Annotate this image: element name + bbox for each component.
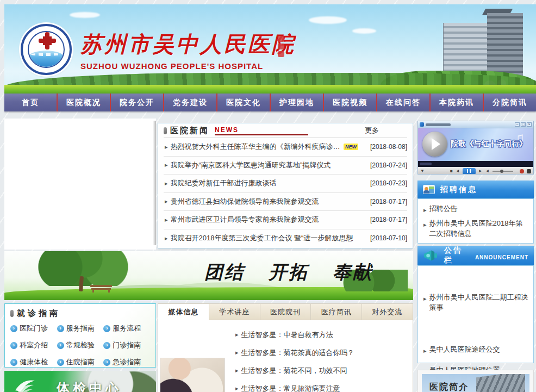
circle-arrow-icon: › [57, 359, 64, 366]
tab-media-info[interactable]: 媒体信息 [158, 304, 209, 320]
player-viewport: ♫ ♪ 院歌《与红十字同行》 [418, 128, 533, 161]
news-row: ▸ 我院召开2018年度第三次党委工作会议 暨“进一步解放思想 [2018-07… [164, 229, 407, 248]
logo-inner [28, 31, 65, 68]
arrow-icon: ▸ [423, 294, 427, 313]
news-date: [2018-07-10] [362, 234, 407, 242]
volume-icon[interactable]: ◄ [485, 169, 490, 173]
news-link[interactable]: 我院纪委对新任干部进行廉政谈话 [171, 178, 362, 188]
nav-item-culture[interactable]: 医院文化 [216, 94, 270, 111]
guide-label: 常规检验 [66, 340, 95, 350]
news-link[interactable]: 常州市武进区卫计局领导专家前来我院参观交流 [171, 215, 362, 225]
tab-hospital-journal[interactable]: 医院院刊 [260, 304, 311, 320]
seek-bar[interactable] [418, 161, 533, 167]
arrow-icon: ▸ [165, 198, 168, 205]
circle-arrow-icon: › [10, 342, 17, 349]
announcement-link[interactable]: 苏州市吴中人民医院二期工程决策事 [429, 292, 529, 313]
nav-item-public-affairs[interactable]: 院务公开 [110, 94, 163, 111]
nav-item-online-qa[interactable]: 在线问答 [376, 94, 429, 111]
playlist-dropdown-icon[interactable]: ▼ [420, 169, 425, 173]
announcement-header: 公告栏 ANNOUNCEMENT [417, 246, 534, 265]
intro-photo: 医院简介 [422, 374, 529, 392]
media-link[interactable]: 生活智多星：常见旅游病要注意 [241, 384, 340, 392]
announcement-link[interactable]: 吴中人民医院途经公交 [429, 344, 500, 356]
media-list: ▸ 生活智多星：中暑自救有方法 ▸ 生活智多星：菊花茶真的适合你吗？ ▸ 生活智… [234, 326, 407, 392]
bench-decoration [90, 285, 112, 293]
hospital-intro-panel[interactable]: 医院简介 [417, 370, 534, 392]
guide-label: 门诊指南 [113, 340, 141, 350]
slideshow-panel[interactable] [4, 119, 156, 250]
guide-grid: ›医院门诊 ›服务指南 ›服务流程 ›科室介绍 ›常规检验 ›门诊指南 ›健康体… [10, 323, 150, 367]
guide-item-outpatient[interactable]: ›医院门诊 [10, 323, 57, 333]
bird-logo-icon [13, 376, 37, 392]
news-panel: 医院新闻 NEWS 更多 ▸ 热烈祝贺大外科主任陈革华主编的《新编外科疾病诊断与… [158, 123, 413, 248]
new-badge: NEW [344, 144, 358, 150]
tab-academic-lectures[interactable]: 学术讲座 [209, 304, 260, 320]
media-item: ▸ 生活智多星：菊花茶真的适合你吗？ [234, 344, 407, 362]
player-titlebar: – □ × [418, 121, 533, 128]
slogan-banner: 团结 开拓 奉献 [4, 251, 413, 300]
media-item: ▸ 生活智多星：常见旅游病要注意 [234, 379, 407, 392]
minimize-icon[interactable]: – [515, 122, 520, 127]
volume-slider[interactable] [493, 171, 513, 172]
news-link[interactable]: 贵州省德江县妇幼保健院领导前来我院参观交流 [171, 197, 362, 207]
record-icon[interactable] [520, 169, 524, 173]
close-icon[interactable]: × [527, 122, 532, 127]
maximize-icon[interactable]: □ [521, 122, 526, 127]
arrow-icon: ▸ [423, 205, 427, 215]
nav-item-home[interactable]: 首页 [4, 94, 57, 111]
previous-icon[interactable]: ◄ [456, 169, 460, 173]
media-link[interactable]: 生活智多星：菊花不同，功效不同 [241, 366, 347, 376]
hospital-name-cn: 苏州市吴中人民医院 [80, 29, 296, 59]
settings-icon[interactable] [527, 169, 531, 173]
news-row: ▸ 热烈祝贺大外科主任陈革华主编的《新编外科疾病诊断与治 NEW [2018-0… [164, 138, 407, 157]
news-date: [2018-08-08] [362, 143, 407, 151]
nav-item-videos[interactable]: 医院视频 [323, 94, 376, 111]
news-link[interactable]: 我院召开2018年度第三次党委工作会议 暨“进一步解放思想 [171, 233, 362, 243]
player-controls: ▼ ■ ◄ ► ◄ [418, 167, 533, 175]
arrow-icon: ▸ [423, 346, 427, 356]
play-button[interactable] [422, 132, 447, 157]
guide-label: 科室介绍 [20, 340, 48, 350]
recruitment-link[interactable]: 招聘公告 [429, 203, 458, 215]
slogan-word: 奉献 [333, 260, 373, 285]
nav-item-overview[interactable]: 医院概况 [57, 94, 110, 111]
news-row: ▸ 贵州省德江县妇幼保健院领导前来我院参观交流 [2018-07-17] [164, 193, 407, 211]
media-link[interactable]: 生活智多星：菊花茶真的适合你吗？ [241, 348, 354, 358]
nav-item-pharmacy-news[interactable]: 本院药讯 [429, 94, 483, 111]
guide-item-outpatient-guide[interactable]: ›门诊指南 [103, 340, 150, 350]
announcement-item: ▸ 吴中人民医院途经公交 [422, 344, 529, 356]
calligraphy-seal [278, 36, 285, 58]
nav-item-party-building[interactable]: 党务建设 [163, 94, 216, 111]
stop-icon[interactable]: ■ [450, 169, 453, 173]
guide-item-service-flow[interactable]: ›服务流程 [103, 323, 150, 333]
guide-item-routine-tests[interactable]: ›常规检验 [57, 340, 104, 350]
hospital-name-en: SUZHOU WUZHONG PEOPLE'S HOSPITAL [80, 61, 296, 71]
guide-item-health-exam[interactable]: ›健康体检 [10, 357, 57, 367]
tab-medical-briefs[interactable]: 医疗简讯 [311, 304, 362, 320]
guide-item-inpatient-guide[interactable]: ›住院指南 [57, 357, 104, 367]
arrow-icon: ▸ [423, 220, 427, 239]
news-link[interactable]: 我院举办“南京医科大学医患沟通研究基地”揭牌仪式 [171, 160, 362, 170]
pause-button[interactable] [463, 168, 476, 175]
tab-content: ▸ 生活智多星：中暑自救有方法 ▸ 生活智多星：菊花茶真的适合你吗？ ▸ 生活智… [158, 320, 413, 392]
guide-item-departments[interactable]: ›科室介绍 [10, 340, 57, 350]
recruitment-link[interactable]: 苏州市吴中人民医院2018年第二次招聘信息 [429, 218, 529, 239]
tab-row: 媒体信息 学术讲座 医院院刊 医疗简讯 对外交流 [158, 304, 413, 320]
hospital-slogan: 团结 开拓 奉献 [204, 260, 373, 285]
guide-title: 就诊指南 [17, 308, 60, 319]
next-icon[interactable]: ► [478, 169, 483, 173]
guide-item-emergency-guide[interactable]: ›急诊指南 [103, 357, 150, 367]
recruitment-title: 招聘信息 [440, 185, 477, 195]
news-link[interactable]: 热烈祝贺大外科主任陈革华主编的《新编外科疾病诊断与治 [171, 142, 340, 152]
media-link[interactable]: 生活智多星：中暑自救有方法 [241, 330, 333, 340]
news-header: 医院新闻 NEWS 更多 [164, 123, 407, 138]
tab-external-exchange[interactable]: 对外交流 [362, 304, 413, 320]
guide-label: 健康体检 [20, 357, 48, 367]
nav-item-branch-news[interactable]: 分院简讯 [483, 94, 536, 111]
exam-center-banner[interactable]: 体检中心 [4, 371, 156, 392]
recruitment-item: ▸ 苏州市吴中人民医院2018年第二次招聘信息 [422, 218, 529, 239]
guide-item-service-guide[interactable]: ›服务指南 [57, 323, 104, 333]
news-more-link[interactable]: 更多 [365, 126, 379, 135]
bullet-capsule-icon [164, 127, 167, 134]
nav-item-nursing[interactable]: 护理园地 [270, 94, 323, 111]
